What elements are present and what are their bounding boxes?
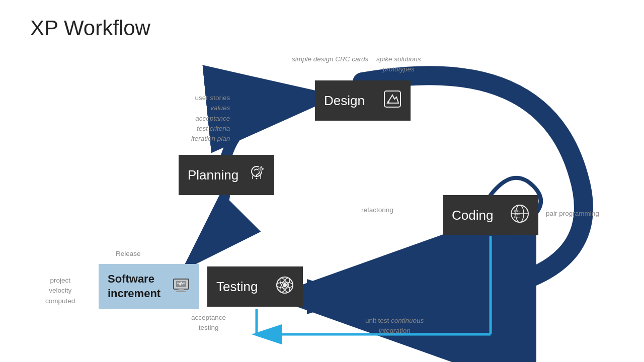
label-unit-test: unit test continuousintegration: [365, 316, 424, 336]
coding-box: Coding 1011 0010 1101: [443, 195, 538, 235]
label-acceptance-testing: acceptancetesting: [191, 313, 226, 333]
coding-icon: 1011 0010 1101: [510, 204, 529, 227]
testing-label: Testing: [216, 279, 258, 295]
svg-point-24: [283, 283, 287, 287]
label-project-velocity: projectvelocitycomputed: [45, 276, 75, 306]
testing-icon: [276, 276, 294, 298]
svg-rect-7: [384, 91, 400, 107]
design-icon: [383, 90, 401, 112]
planning-box: Planning: [179, 155, 274, 195]
svg-point-10: [256, 177, 258, 179]
software-icon: [172, 276, 190, 298]
design-label: Design: [324, 93, 365, 109]
testing-box: Testing: [207, 266, 303, 307]
label-spike-solutions: spike solutionsprototypes: [376, 54, 421, 75]
software-increment-label: Software increment: [108, 272, 172, 301]
software-increment-box: Software increment: [99, 264, 199, 309]
svg-text:1101: 1101: [514, 215, 520, 218]
label-release: Release: [116, 249, 141, 259]
planning-icon: [248, 165, 265, 186]
design-box: Design: [315, 80, 411, 121]
label-refactoring: refactoring: [361, 205, 393, 215]
planning-label: Planning: [188, 167, 238, 183]
svg-point-8: [387, 101, 389, 103]
label-simple-design: simple design CRC cards: [292, 54, 368, 64]
coding-label: Coding: [452, 208, 493, 223]
svg-marker-6: [307, 279, 362, 314]
label-planning-details: user storiesvaluesacceptancetest criteri…: [191, 93, 230, 144]
label-pair-programming: pair programming: [546, 209, 599, 219]
svg-rect-31: [176, 291, 186, 292]
svg-rect-30: [179, 289, 184, 291]
